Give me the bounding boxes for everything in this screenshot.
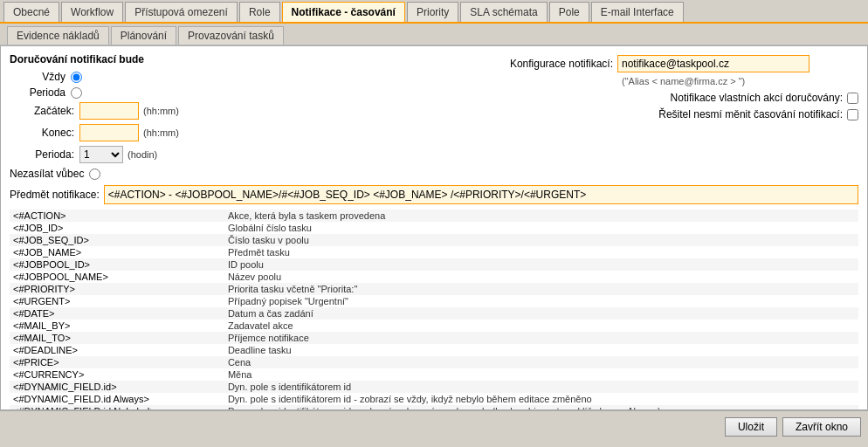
- close-button[interactable]: Zavřít okno: [782, 417, 861, 437]
- notif-change-checkbox[interactable]: [847, 109, 858, 120]
- var-desc: Příjemce notifikace: [224, 332, 858, 344]
- period-select[interactable]: 1 2 3 4 6 8 12 24: [79, 146, 123, 163]
- end-hint: (hh:mm): [143, 127, 179, 138]
- tab-pole[interactable]: Pole: [549, 2, 589, 22]
- tab-workflow[interactable]: Workflow: [61, 2, 123, 22]
- notif-change-row: Řešitel nesmí měnit časování notifikací:: [443, 108, 858, 120]
- end-input[interactable]: [79, 124, 139, 141]
- notif-change-label: Řešitel nesmí měnit časování notifikací:: [443, 108, 847, 120]
- period-unit: (hodin): [127, 149, 157, 160]
- section-title: Doručování notifikací bude: [10, 53, 425, 65]
- tab-notifikace[interactable]: Notifikace - časování: [282, 2, 405, 22]
- table-row: <#URGENT> Případný popisek "Urgentní": [10, 295, 858, 307]
- main-content: Doručování notifikací bude Vždy Perioda …: [0, 45, 868, 410]
- tab-evidence[interactable]: Evidence nákladů: [7, 26, 109, 45]
- tab-sla[interactable]: SLA schémata: [460, 2, 547, 22]
- var-desc: Globální číslo tasku: [224, 222, 858, 234]
- table-row: <#DEADLINE> Deadline tasku: [10, 344, 858, 356]
- left-panel: Doručování notifikací bude Vždy Perioda …: [10, 53, 425, 180]
- start-row: Začátek: (hh:mm): [18, 102, 425, 120]
- var-desc: Předmět tasku: [224, 246, 858, 258]
- alias-hint: ("Alias < name@firma.cz > "): [622, 76, 858, 86]
- var-desc: Případný popisek "Urgentní": [224, 295, 858, 307]
- table-row: <#JOB_ID> Globální číslo tasku: [10, 222, 858, 234]
- var-name: <#JOB_ID>: [10, 222, 224, 234]
- always-radio[interactable]: [71, 72, 82, 83]
- bottom-bar: Uložit Zavřít okno: [0, 410, 868, 442]
- start-label: Začátek:: [18, 105, 79, 117]
- table-row: <#MAIL_TO> Příjemce notifikace: [10, 332, 858, 344]
- second-tab-bar: Evidence nákladů Plánování Provazování t…: [0, 24, 868, 45]
- subject-row: Předmět notifikace:: [10, 185, 858, 204]
- period-row: Perioda: [10, 86, 425, 99]
- var-name: <#CURRENCY>: [10, 368, 224, 381]
- var-desc: Dyn. pole s identifikátorem id - zobrazí…: [224, 393, 858, 405]
- var-desc: ID poolu: [224, 258, 858, 271]
- variable-table: <#ACTION> Akce, která byla s taskem prov…: [10, 210, 858, 410]
- var-name: <#PRICE>: [10, 356, 224, 368]
- var-desc: Zadavatel akce: [224, 320, 858, 332]
- tab-obecne[interactable]: Obecné: [3, 2, 59, 22]
- config-row: Konfigurace notifikací:: [443, 55, 858, 72]
- var-desc: Deadline tasku: [224, 344, 858, 356]
- config-label: Konfigurace notifikací:: [443, 58, 617, 70]
- subject-input[interactable]: [104, 185, 858, 204]
- always-label: Vždy: [10, 71, 71, 83]
- var-name: <#ACTION>: [10, 210, 224, 222]
- start-hint: (hh:mm): [143, 106, 179, 116]
- var-name: <#DEADLINE>: [10, 344, 224, 356]
- table-row: <#PRIORITY> Priorita tasku včetně "Prior…: [10, 283, 858, 295]
- table-row: <#MAIL_BY> Zadavatel akce: [10, 320, 858, 332]
- tab-priority[interactable]: Priority: [407, 2, 458, 22]
- always-row: Vždy: [10, 71, 425, 83]
- right-panel: Konfigurace notifikací: ("Alias < name@f…: [443, 53, 858, 180]
- var-name: <#MAIL_TO>: [10, 332, 224, 344]
- var-name: <#DYNAMIC_FIELD.id>: [10, 381, 224, 393]
- subject-label: Předmět notifikace:: [10, 189, 104, 201]
- config-input[interactable]: [617, 55, 809, 72]
- tab-email[interactable]: E-mail Interface: [591, 2, 684, 22]
- notif-own-label: Notifikace vlastních akcí doručovány:: [443, 92, 847, 104]
- nezasilat-radio[interactable]: [89, 168, 100, 180]
- var-name: <#JOBPOOL_NAME>: [10, 271, 224, 283]
- tab-role[interactable]: Role: [239, 2, 280, 22]
- var-desc: Název poolu: [224, 271, 858, 283]
- end-row: Konec: (hh:mm): [18, 124, 425, 141]
- var-name: <#URGENT>: [10, 295, 224, 307]
- var-name: <#PRIORITY>: [10, 283, 224, 295]
- table-row: <#ACTION> Akce, která byla s taskem prov…: [10, 210, 858, 222]
- nezasilat-row: Nezasílat vůbec: [10, 168, 425, 180]
- var-desc: Priorita tasku včetně "Priorita:": [224, 283, 858, 295]
- period-radio[interactable]: [71, 87, 82, 99]
- table-row: <#JOB_SEQ_ID> Číslo tasku v poolu: [10, 234, 858, 246]
- tab-planovani[interactable]: Plánování: [111, 26, 176, 45]
- var-desc: Dyn. pole s identifikátorem id: [224, 381, 858, 393]
- var-desc: Akce, která byla s taskem provedena: [224, 210, 858, 222]
- table-row: <#DATE> Datum a čas zadání: [10, 307, 858, 320]
- end-label: Konec:: [18, 127, 79, 139]
- top-tab-bar: Obecné Workflow Přístupová omezení Role …: [0, 0, 868, 24]
- var-name: <#MAIL_BY>: [10, 320, 224, 332]
- var-desc: Cena: [224, 356, 858, 368]
- var-desc: Měna: [224, 368, 858, 381]
- table-row: <#JOBPOOL_NAME> Název poolu: [10, 271, 858, 283]
- table-row: <#CURRENCY> Měna: [10, 368, 858, 381]
- notif-own-checkbox[interactable]: [847, 93, 858, 104]
- notif-own-row: Notifikace vlastních akcí doručovány:: [443, 92, 858, 104]
- table-row: <#DYNAMIC_FIELD.id> Dyn. pole s identifi…: [10, 381, 858, 393]
- table-row: <#JOB_NAME> Předmět tasku: [10, 246, 858, 258]
- period-field-label: Perioda:: [18, 148, 79, 161]
- var-name: <#JOBPOOL_ID>: [10, 258, 224, 271]
- period-label: Perioda: [10, 86, 71, 99]
- tab-provazovani[interactable]: Provazování tasků: [178, 26, 284, 45]
- tab-pristupova[interactable]: Přístupová omezení: [125, 2, 238, 22]
- var-name: <#DYNAMIC_FIELD.id Always>: [10, 393, 224, 405]
- var-desc: Datum a čas zadání: [224, 307, 858, 320]
- start-input[interactable]: [79, 102, 139, 120]
- save-button[interactable]: Uložit: [725, 417, 777, 437]
- table-row: <#JOBPOOL_ID> ID poolu: [10, 258, 858, 271]
- var-name: <#DATE>: [10, 307, 224, 320]
- var-desc: Číslo tasku v poolu: [224, 234, 858, 246]
- nezasilat-label: Nezasílat vůbec: [10, 168, 89, 180]
- table-row: <#DYNAMIC_FIELD.id Always> Dyn. pole s i…: [10, 393, 858, 405]
